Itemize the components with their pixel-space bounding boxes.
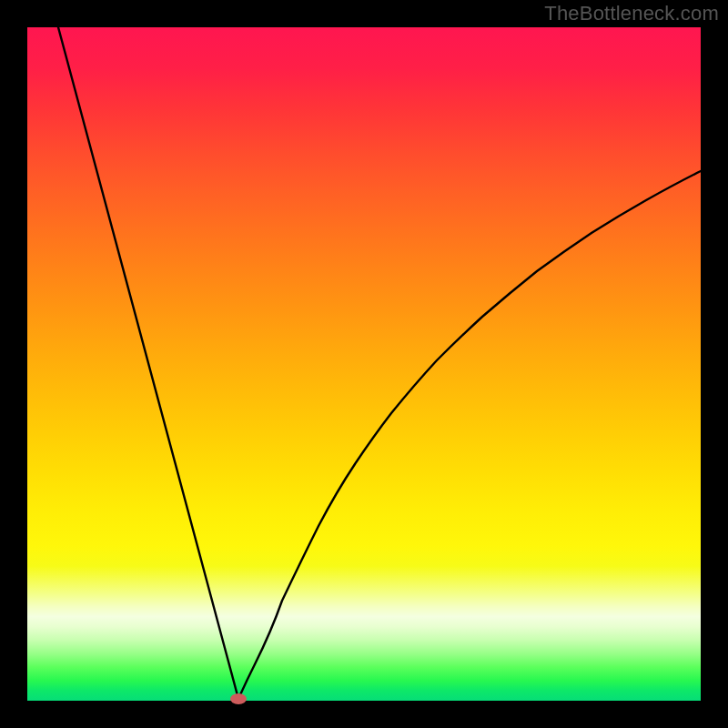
chart-container: TheBottleneck.com — [0, 0, 728, 728]
watermark-text: TheBottleneck.com — [544, 2, 719, 25]
curve-left-branch — [58, 27, 238, 699]
bottleneck-curve — [27, 27, 701, 701]
plot-area — [27, 27, 701, 701]
minimum-point-marker — [230, 693, 247, 704]
curve-right-branch — [238, 171, 701, 699]
